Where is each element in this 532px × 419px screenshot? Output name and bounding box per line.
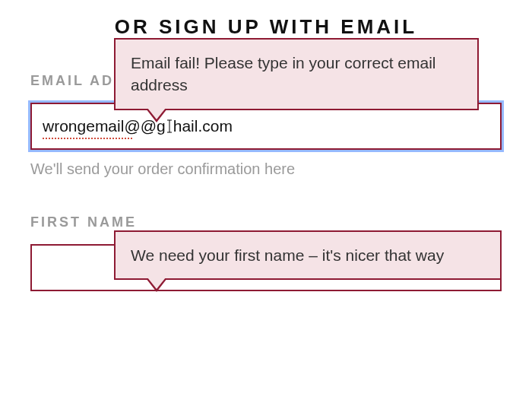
email-error-text: Email fail! Please type in your correct …: [131, 54, 436, 94]
firstname-error-text: We need your first name – it's nicer tha…: [131, 246, 444, 264]
firstname-error-tooltip: We need your first name – it's nicer tha…: [114, 230, 502, 280]
email-error-tooltip: Email fail! Please type in your correct …: [114, 38, 479, 110]
tooltip-arrow-icon: [146, 278, 167, 292]
tooltip-arrow-icon: [146, 109, 167, 122]
firstname-label: FIRST NAME: [30, 214, 502, 230]
email-helper-text: We'll send your order confirmation here: [30, 160, 502, 178]
signup-heading: OR SIGN UP WITH EMAIL: [30, 15, 502, 39]
